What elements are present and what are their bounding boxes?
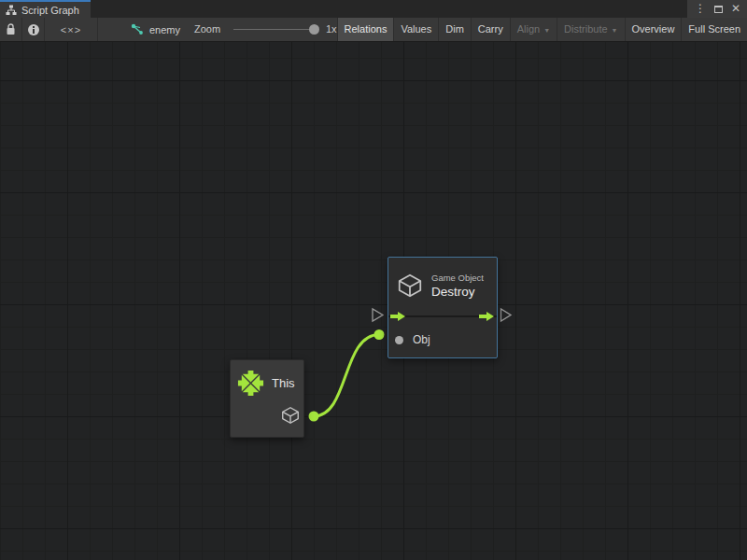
tab-title: Script Graph [21,5,79,16]
this-self-icon [236,369,265,398]
flow-input-port[interactable] [373,309,383,321]
flow-in-arrow-icon[interactable] [390,311,406,322]
dim-button[interactable]: Dim [438,18,471,41]
zoom-slider-track[interactable] [233,29,316,30]
tab-bar: Script Graph ⋮ ✕ [0,0,747,18]
graph-asset-icon [131,23,144,35]
game-object-cube-icon [396,272,424,300]
toolbar-left-group: <×> [0,18,98,41]
code-toggle-icon: <×> [61,24,81,35]
maximize-icon[interactable] [714,6,723,13]
toolbar-right-group: Relations Values Dim Carry Align▼ Distri… [337,18,747,41]
node-title: Destroy [431,285,484,299]
connection-endpoint[interactable] [374,329,385,340]
chevron-down-icon: ▼ [612,19,618,42]
full-screen-button[interactable]: Full Screen [681,18,747,41]
lock-button[interactable] [0,18,22,41]
chevron-down-icon: ▼ [543,19,550,42]
info-button[interactable] [22,18,45,41]
flow-out-arrow-icon[interactable] [479,311,495,322]
relations-button[interactable]: Relations [337,18,394,41]
overview-button[interactable]: Overview [625,18,682,41]
code-toggle-button[interactable]: <×> [45,18,98,41]
graph-reference[interactable]: enemy [131,18,180,41]
node-title: This [272,376,295,390]
node-category: Game Object [431,273,484,283]
game-object-cube-icon [280,405,301,426]
info-icon [28,24,39,35]
obj-port[interactable] [395,336,403,344]
graph-name-label: enemy [149,24,180,35]
obj-input-row: Obj [388,327,497,353]
carry-button[interactable]: Carry [471,18,510,41]
node-destroy[interactable]: Game Object Destroy Obj [388,257,498,358]
script-graph-window: Script Graph ⋮ ✕ <×> [0,0,747,560]
flow-row [388,306,497,327]
zoom-label: Zoom [194,18,220,41]
values-button[interactable]: Values [393,18,438,41]
zoom-value: 1x [326,18,337,41]
window-controls: ⋮ ✕ [687,0,747,18]
zoom-slider-handle[interactable] [309,24,319,35]
align-dropdown[interactable]: Align▼ [510,18,557,41]
connection-layer [0,42,747,560]
graph-canvas[interactable]: This Game Object Dest [0,42,747,560]
lock-icon [6,23,16,35]
connection-wire[interactable] [314,335,379,417]
window-menu-icon[interactable]: ⋮ [695,0,706,18]
distribute-dropdown[interactable]: Distribute▼ [557,18,624,41]
graph-hierarchy-icon [6,5,17,16]
graph-toolbar: <×> enemy Zoom 1x Relations Values Dim C… [0,18,747,42]
tab-script-graph[interactable]: Script Graph [0,0,91,18]
obj-port-label: Obj [413,333,430,346]
flow-output-port[interactable] [501,309,512,321]
this-output-port[interactable] [309,412,319,422]
close-icon[interactable]: ✕ [731,0,740,18]
node-this[interactable]: This [230,359,304,438]
